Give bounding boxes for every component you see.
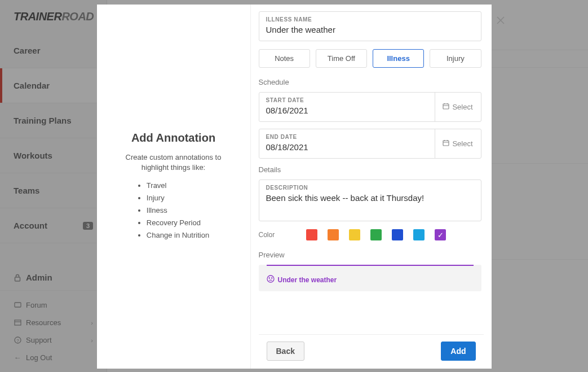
end-date-block: END DATE Select	[259, 129, 481, 159]
bullet-item: Travel	[147, 180, 209, 192]
modal-subtitle: Create custom annotations to highlight t…	[114, 152, 233, 173]
illness-name-input[interactable]	[266, 25, 474, 34]
tab-illness[interactable]: Illness	[373, 49, 424, 68]
description-label: DESCRIPTION	[266, 185, 474, 191]
add-button[interactable]: Add	[441, 342, 475, 361]
description-input[interactable]	[266, 193, 474, 203]
bullet-item: Illness	[147, 204, 209, 217]
start-date-select-button[interactable]: Select	[435, 93, 481, 121]
bullet-item: Recovery Period	[147, 217, 209, 229]
color-swatch-green[interactable]	[370, 229, 382, 240]
end-date-label: END DATE	[266, 134, 428, 140]
select-label: Select	[452, 139, 472, 148]
svg-rect-8	[443, 104, 449, 109]
preview-color-bar	[267, 265, 474, 266]
color-swatch-red[interactable]	[306, 229, 317, 240]
modal-title: Add Annotation	[131, 132, 215, 145]
illness-name-label: ILLNESS NAME	[266, 16, 474, 23]
start-date-label: START DATE	[266, 97, 428, 103]
bullet-item: Injury	[147, 192, 209, 204]
calendar-icon	[443, 139, 449, 148]
description-field[interactable]: DESCRIPTION	[259, 180, 481, 221]
preview-text: Under the weather	[278, 276, 337, 284]
color-swatch-yellow[interactable]	[349, 229, 360, 240]
svg-point-18	[271, 278, 272, 278]
svg-point-16	[267, 275, 274, 282]
tab-time-off[interactable]: Time Off	[316, 49, 367, 68]
color-swatch-blue[interactable]	[392, 229, 403, 240]
add-annotation-modal: Add Annotation Create custom annotations…	[97, 5, 492, 369]
sad-face-icon	[267, 275, 275, 285]
start-date-input[interactable]	[266, 106, 428, 115]
tab-notes[interactable]: Notes	[259, 49, 310, 68]
color-label: Color	[259, 231, 275, 239]
bullet-item: Change in Nutrition	[147, 229, 209, 242]
start-date-block: START DATE Select	[259, 92, 481, 122]
color-swatch-cyan[interactable]	[413, 229, 425, 240]
calendar-icon	[443, 103, 449, 111]
tab-injury[interactable]: Injury	[430, 49, 481, 68]
end-date-select-button[interactable]: Select	[435, 129, 481, 158]
modal-bullet-list: Travel Injury Illness Recovery Period Ch…	[138, 180, 209, 242]
check-icon: ✓	[437, 231, 444, 239]
preview-label: Preview	[259, 251, 481, 259]
color-swatch-gray[interactable]	[285, 229, 296, 240]
color-swatch-orange[interactable]	[328, 229, 339, 240]
back-button[interactable]: Back	[267, 342, 304, 361]
schedule-section-label: Schedule	[259, 78, 481, 86]
svg-point-17	[269, 278, 269, 278]
modal-overlay: Add Annotation Create custom annotations…	[0, 0, 588, 372]
illness-name-field[interactable]: ILLNESS NAME	[259, 11, 481, 41]
svg-rect-12	[443, 141, 449, 146]
details-section-label: Details	[259, 165, 481, 174]
close-button[interactable]	[494, 14, 507, 27]
preview-card: Under the weather	[259, 265, 481, 291]
color-swatch-purple[interactable]: ✓	[435, 229, 446, 240]
select-label: Select	[452, 103, 472, 111]
end-date-input[interactable]	[266, 142, 428, 152]
